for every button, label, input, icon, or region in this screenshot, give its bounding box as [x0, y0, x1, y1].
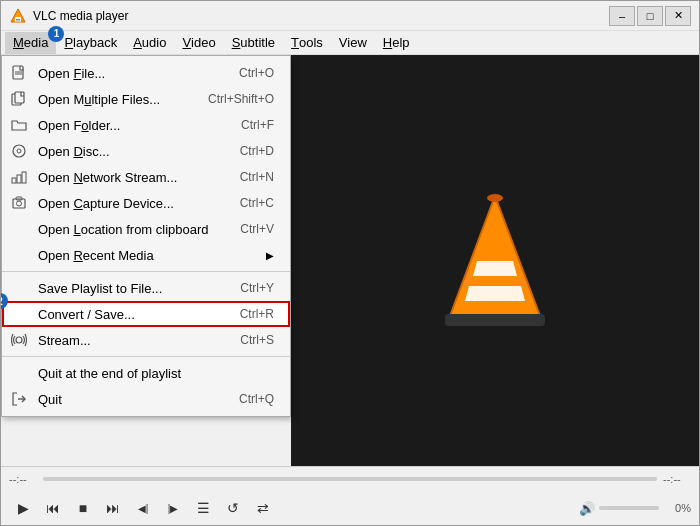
- save-playlist-shortcut: Ctrl+Y: [220, 281, 274, 295]
- svg-point-10: [17, 149, 21, 153]
- menu-subtitle[interactable]: Subtitle: [224, 32, 283, 54]
- menu-open-location[interactable]: Open Location from clipboard Ctrl+V: [2, 216, 290, 242]
- quit-label: Quit: [38, 392, 62, 407]
- open-multiple-shortcut: Ctrl+Shift+O: [188, 92, 274, 106]
- seek-time-end: --:--: [663, 473, 691, 485]
- stop-button[interactable]: ■: [69, 495, 97, 521]
- open-location-label: Open Location from clipboard: [38, 222, 209, 237]
- open-recent-label: Open Recent Media: [38, 248, 154, 263]
- open-folder-label: Open Folder...: [38, 118, 120, 133]
- frame-prev-button[interactable]: ◀|: [129, 495, 157, 521]
- volume-bar[interactable]: [599, 506, 659, 510]
- open-file-shortcut: Ctrl+O: [219, 66, 274, 80]
- menu-open-capture[interactable]: Open Capture Device... Ctrl+C: [2, 190, 290, 216]
- convert-save-shortcut: Ctrl+R: [220, 307, 274, 321]
- menu-view[interactable]: View: [331, 32, 375, 54]
- menu-quit-end[interactable]: Quit at the end of playlist: [2, 360, 290, 386]
- svg-rect-2: [16, 19, 20, 20]
- quit-icon: [10, 390, 28, 408]
- open-network-label: Open Network Stream...: [38, 170, 177, 185]
- menu-stream[interactable]: Stream... Ctrl+S: [2, 327, 290, 353]
- menu-open-multiple[interactable]: Open Multiple Files... Ctrl+Shift+O: [2, 86, 290, 112]
- bottom-controls: --:-- --:-- ▶ ⏮ ■ ⏭ ◀| |▶ ☰ ↺ ⇄ 🔊 0%: [1, 466, 699, 525]
- random-button[interactable]: ⇄: [249, 495, 277, 521]
- separator-2: [2, 356, 290, 357]
- submenu-arrow: ▶: [266, 250, 274, 261]
- volume-icon: 🔊: [579, 501, 595, 516]
- playlist-button[interactable]: ☰: [189, 495, 217, 521]
- stream-icon: [10, 331, 28, 349]
- media-dropdown: Open File... Ctrl+O Open Multiple Files.…: [1, 55, 291, 417]
- stream-shortcut: Ctrl+S: [220, 333, 274, 347]
- maximize-button[interactable]: □: [637, 6, 663, 26]
- svg-point-15: [17, 201, 22, 206]
- minimize-button[interactable]: –: [609, 6, 635, 26]
- svg-rect-8: [15, 92, 24, 103]
- title-bar: VLC media player – □ ✕: [1, 1, 699, 31]
- menu-quit[interactable]: Quit Ctrl+Q: [2, 386, 290, 412]
- seek-bar-area: --:-- --:--: [1, 467, 699, 491]
- menu-playback[interactable]: Playback: [56, 32, 125, 54]
- stream-label: Stream...: [38, 333, 91, 348]
- main-area: Open File... Ctrl+O Open Multiple Files.…: [1, 55, 699, 466]
- menu-bar: Media 1 Playback Audio Video Subtitle To…: [1, 31, 699, 55]
- menu-tools[interactable]: Tools: [283, 32, 331, 54]
- next-button[interactable]: ⏭: [99, 495, 127, 521]
- close-button[interactable]: ✕: [665, 6, 691, 26]
- volume-label: 0%: [663, 502, 691, 514]
- open-multiple-label: Open Multiple Files...: [38, 92, 160, 107]
- files-icon: [10, 90, 28, 108]
- open-disc-shortcut: Ctrl+D: [220, 144, 274, 158]
- open-network-shortcut: Ctrl+N: [220, 170, 274, 184]
- open-file-label: Open File...: [38, 66, 105, 81]
- svg-rect-11: [12, 178, 16, 183]
- volume-area: 🔊 0%: [579, 501, 691, 516]
- controls-row: ▶ ⏮ ■ ⏭ ◀| |▶ ☰ ↺ ⇄ 🔊 0%: [1, 491, 699, 525]
- quit-end-label: Quit at the end of playlist: [38, 366, 181, 381]
- separator-1: [2, 271, 290, 272]
- vlc-cone-graphic: [435, 186, 555, 336]
- open-capture-shortcut: Ctrl+C: [220, 196, 274, 210]
- menu-open-disc[interactable]: Open Disc... Ctrl+D: [2, 138, 290, 164]
- menu-convert-save[interactable]: 2 Convert / Save... Ctrl+R: [2, 301, 290, 327]
- svg-point-9: [13, 145, 25, 157]
- loop-button[interactable]: ↺: [219, 495, 247, 521]
- frame-next-button[interactable]: |▶: [159, 495, 187, 521]
- folder-icon: [10, 116, 28, 134]
- menu-audio[interactable]: Audio: [125, 32, 174, 54]
- quit-shortcut: Ctrl+Q: [219, 392, 274, 406]
- media-label: Media: [13, 35, 48, 50]
- menu-save-playlist[interactable]: Save Playlist to File... Ctrl+Y: [2, 275, 290, 301]
- open-location-shortcut: Ctrl+V: [220, 222, 274, 236]
- menu-open-recent[interactable]: Open Recent Media ▶: [2, 242, 290, 268]
- open-disc-label: Open Disc...: [38, 144, 110, 159]
- menu-open-network[interactable]: Open Network Stream... Ctrl+N: [2, 164, 290, 190]
- convert-save-label: Convert / Save...: [38, 307, 135, 322]
- menu-help[interactable]: Help: [375, 32, 418, 54]
- save-playlist-label: Save Playlist to File...: [38, 281, 162, 296]
- svg-rect-12: [17, 175, 21, 183]
- window-title: VLC media player: [33, 9, 609, 23]
- svg-rect-22: [445, 314, 545, 326]
- disc-icon: [10, 142, 28, 160]
- play-button[interactable]: ▶: [9, 495, 37, 521]
- file-icon: [10, 64, 28, 82]
- open-capture-label: Open Capture Device...: [38, 196, 174, 211]
- vlc-window: VLC media player – □ ✕ Media 1 Playback …: [0, 0, 700, 526]
- previous-button[interactable]: ⏮: [39, 495, 67, 521]
- menu-video[interactable]: Video: [174, 32, 223, 54]
- capture-icon: [10, 194, 28, 212]
- svg-marker-20: [473, 261, 517, 276]
- svg-point-17: [16, 337, 22, 343]
- vlc-app-icon: [9, 7, 27, 25]
- seek-bar[interactable]: [43, 477, 657, 481]
- menu-open-folder[interactable]: Open Folder... Ctrl+F: [2, 112, 290, 138]
- svg-marker-21: [465, 286, 525, 301]
- network-icon: [10, 168, 28, 186]
- svg-rect-3: [16, 20, 20, 21]
- svg-rect-13: [22, 172, 26, 183]
- menu-media[interactable]: Media 1: [5, 32, 56, 54]
- svg-point-23: [487, 194, 503, 202]
- video-area: [291, 55, 699, 466]
- menu-open-file[interactable]: Open File... Ctrl+O: [2, 60, 290, 86]
